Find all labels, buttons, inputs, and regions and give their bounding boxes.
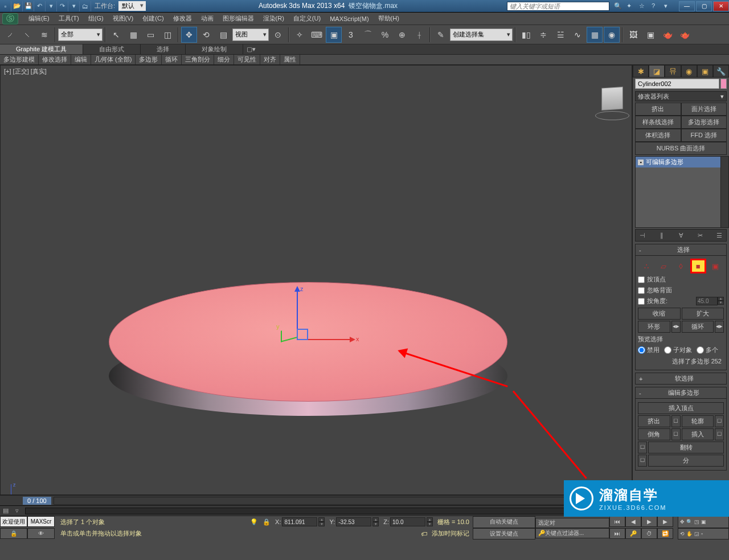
- sub-prop[interactable]: 属性: [280, 55, 300, 64]
- sub-tri[interactable]: 三角剖分: [182, 55, 214, 64]
- menu-mod[interactable]: 修改器: [169, 13, 196, 24]
- menu-help[interactable]: 帮助(H): [374, 13, 404, 24]
- by-angle-check[interactable]: [638, 298, 645, 305]
- track-filter-icon[interactable]: ▿: [11, 506, 23, 516]
- key-filters-button[interactable]: 🔑关键点过滤器...: [535, 528, 609, 538]
- render-setup-icon[interactable]: 🖼: [625, 27, 641, 43]
- link-icon[interactable]: ⟋: [2, 27, 18, 43]
- time-current[interactable]: 0 / 100: [23, 497, 51, 505]
- preview-sub-radio[interactable]: [664, 346, 671, 354]
- nav-pan-icon[interactable]: ✥: [680, 519, 685, 525]
- save-icon[interactable]: 💾: [23, 1, 34, 11]
- add-time-tag[interactable]: 添加时间标记: [432, 529, 469, 538]
- angle-spinner[interactable]: [696, 297, 718, 305]
- insert-vertex-button[interactable]: 插入顶点: [638, 402, 724, 414]
- menu-tools[interactable]: 工具(T): [54, 13, 84, 24]
- coord-x-input[interactable]: [282, 517, 317, 526]
- open-icon[interactable]: 📂: [11, 1, 23, 11]
- nav-region-icon[interactable]: ▣: [701, 519, 706, 525]
- manipulate-icon[interactable]: ✧: [292, 27, 308, 43]
- by-vertex-check[interactable]: [638, 276, 645, 283]
- render-prod-icon[interactable]: 🫖: [677, 27, 693, 43]
- panel-tab-create[interactable]: ✱: [633, 65, 649, 77]
- sub-vis[interactable]: 可见性: [234, 55, 260, 64]
- inset-button[interactable]: 插入: [682, 428, 714, 440]
- bevel-settings-icon[interactable]: □: [671, 428, 681, 440]
- render-frame-icon[interactable]: ▣: [642, 27, 658, 43]
- sub-edit[interactable]: 编辑: [71, 55, 91, 64]
- view-cube[interactable]: [597, 87, 627, 117]
- key-mode-icon[interactable]: 🔑: [625, 528, 641, 539]
- subobj-border-icon[interactable]: ◊: [674, 260, 687, 272]
- project-icon[interactable]: 🗂: [80, 1, 91, 11]
- spinner-snap-icon[interactable]: ⊕: [394, 27, 410, 43]
- ring-spinner[interactable]: ◂▸: [671, 321, 681, 333]
- snap-angle-icon[interactable]: ⌒: [360, 27, 376, 43]
- object-color-swatch[interactable]: [720, 79, 727, 89]
- ribbon-expand-icon[interactable]: ▢▾: [243, 44, 259, 54]
- loop-spinner[interactable]: ◂▸: [715, 321, 724, 333]
- rollout-selection-header[interactable]: -选择: [635, 244, 727, 256]
- select-icon[interactable]: ↖: [108, 27, 124, 43]
- nav-zoom-icon[interactable]: 🔍: [686, 519, 693, 525]
- mirror-icon[interactable]: ▮▯: [518, 27, 534, 43]
- search-go-icon[interactable]: 🔍: [614, 2, 623, 10]
- sub-geom[interactable]: 几何体 (全部): [91, 55, 136, 64]
- stack-item[interactable]: ▪ 可编辑多边形: [636, 157, 728, 167]
- close-button[interactable]: ✕: [713, 1, 729, 11]
- help-drop-icon[interactable]: ▾: [664, 2, 673, 10]
- mod-patchsel[interactable]: 面片选择: [681, 103, 727, 116]
- sub-subdiv[interactable]: 细分: [214, 55, 234, 64]
- menu-graph[interactable]: 图形编辑器: [218, 13, 259, 24]
- menu-custom[interactable]: 自定义(U): [289, 13, 325, 24]
- mod-extrude[interactable]: 挤出: [635, 103, 681, 116]
- selection-filter-dropdown[interactable]: 全部: [58, 28, 103, 41]
- ref-coord-dropdown[interactable]: 视图: [232, 28, 269, 41]
- ring-button[interactable]: 环形: [638, 321, 670, 333]
- align-icon[interactable]: ≑: [535, 27, 551, 43]
- loop-button[interactable]: 循环: [682, 321, 714, 333]
- help-search[interactable]: [507, 2, 609, 11]
- subobj-polygon-icon[interactable]: ■: [692, 260, 705, 272]
- time-config-icon[interactable]: ⏱: [641, 528, 657, 539]
- flip-button[interactable]: 翻转: [648, 442, 724, 453]
- panel-tab-hierarchy[interactable]: 뮤: [665, 65, 681, 77]
- nav-min-icon[interactable]: ▫: [701, 531, 703, 537]
- show-end-icon[interactable]: ∥: [656, 231, 667, 240]
- named-sel-edit-icon[interactable]: ✎: [433, 27, 449, 43]
- panel-tab-display[interactable]: ▣: [697, 65, 713, 77]
- preview-multi-radio[interactable]: [697, 346, 704, 354]
- menu-group[interactable]: 组(G): [84, 13, 108, 24]
- remove-mod-icon[interactable]: ✂: [694, 231, 706, 240]
- snap-2d-icon[interactable]: ▣: [326, 27, 342, 43]
- tab-freeform[interactable]: 自由形式: [83, 44, 141, 54]
- sub-modsel[interactable]: 修改选择: [39, 55, 71, 64]
- select-rect-icon[interactable]: ▭: [142, 27, 158, 43]
- extrude-settings-icon[interactable]: □: [671, 415, 681, 427]
- grow-button[interactable]: 扩大: [682, 308, 724, 320]
- snap-toggle-icon[interactable]: 3: [343, 27, 359, 43]
- viewport[interactable]: [+] [正交] [真实] z x y zx: [0, 65, 632, 495]
- tab-paint[interactable]: 对象绘制: [186, 44, 243, 54]
- minimize-button[interactable]: —: [679, 1, 695, 11]
- preview-off-radio[interactable]: [638, 346, 645, 354]
- panel-tab-motion[interactable]: ◉: [681, 65, 697, 77]
- tab-selection[interactable]: 选择: [141, 44, 186, 54]
- loop-icon[interactable]: 🔁: [657, 528, 673, 539]
- outline-settings-icon[interactable]: □: [715, 415, 724, 427]
- sub-align[interactable]: 对齐: [260, 55, 280, 64]
- prev-frame-icon[interactable]: ◀: [625, 516, 641, 527]
- shrink-button[interactable]: 收缩: [638, 308, 681, 320]
- coord-y-input[interactable]: [336, 517, 371, 526]
- tab-graphite[interactable]: Graphite 建模工具: [0, 44, 83, 54]
- isolate-icon[interactable]: 👁: [27, 528, 55, 539]
- configure-icon[interactable]: ☰: [714, 231, 725, 240]
- expand-icon[interactable]: ▪: [638, 160, 644, 165]
- keyboard-icon[interactable]: ⌨: [309, 27, 325, 43]
- unlink-icon[interactable]: ⟍: [19, 27, 35, 43]
- favorite-icon[interactable]: ☆: [639, 2, 648, 10]
- app-logo-icon[interactable]: Ⓢ: [2, 13, 18, 24]
- maxscript-button[interactable]: MAXScr: [27, 516, 55, 527]
- bridge-settings-icon[interactable]: □: [638, 442, 647, 453]
- modifier-stack[interactable]: ▪ 可编辑多边形: [635, 156, 729, 228]
